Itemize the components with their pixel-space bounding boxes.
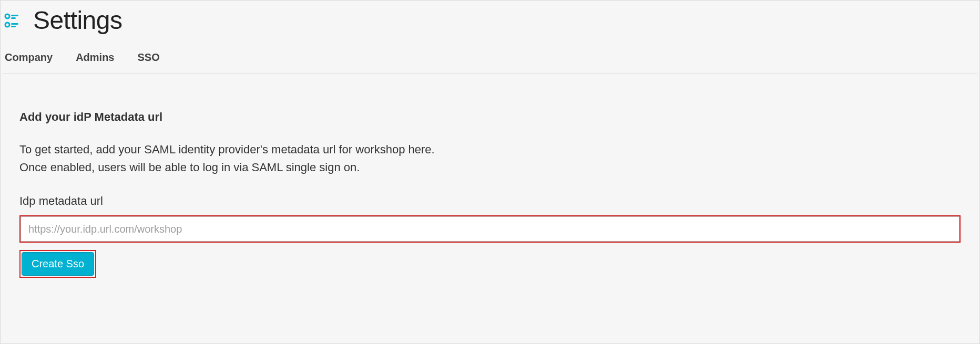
svg-rect-4 [11, 23, 18, 25]
sso-description-line-1: To get started, add your SAML identity p… [19, 141, 961, 159]
page-title: Settings [33, 6, 122, 35]
header-row: Settings [3, 6, 977, 35]
idp-metadata-url-input[interactable] [21, 216, 959, 242]
app-logo-icon [3, 11, 23, 30]
sso-panel: Add your idP Metadata url To get started… [1, 74, 979, 294]
sso-description-line-2: Once enabled, users will be able to log … [19, 159, 961, 176]
tab-sso[interactable]: SSO [137, 51, 159, 64]
svg-point-0 [5, 14, 9, 18]
create-sso-button[interactable]: Create Sso [22, 252, 94, 276]
svg-rect-2 [11, 17, 16, 19]
create-sso-button-highlight: Create Sso [19, 250, 96, 278]
sso-heading: Add your idP Metadata url [19, 110, 961, 124]
tab-admins[interactable]: Admins [76, 51, 114, 64]
tab-company[interactable]: Company [5, 51, 53, 64]
idp-url-label: Idp metadata url [19, 194, 961, 208]
settings-tabs: Company Admins SSO [3, 35, 977, 74]
svg-point-3 [5, 23, 9, 27]
svg-rect-1 [11, 15, 18, 16]
page-header: Settings Company Admins SSO [1, 1, 979, 74]
idp-url-input-highlight [19, 215, 961, 243]
svg-rect-5 [11, 26, 16, 27]
settings-page: Settings Company Admins SSO Add your idP… [0, 0, 980, 344]
